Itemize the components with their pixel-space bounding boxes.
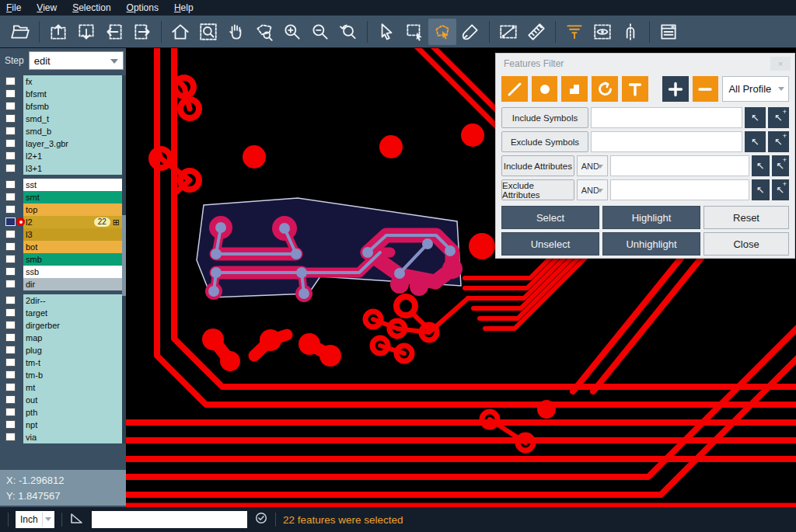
include-attributes-operator-select[interactable]: AND — [577, 155, 608, 176]
measure-line-icon[interactable] — [494, 19, 522, 45]
layer-row[interactable]: layer_3.gbr — [0, 137, 126, 150]
layer-checkbox[interactable] — [5, 164, 16, 173]
layer-name[interactable]: 2dir-- — [23, 294, 122, 307]
move-view-up-icon[interactable] — [44, 19, 72, 45]
features-filter-icon[interactable] — [560, 19, 588, 45]
grid-icon[interactable]: ⊞ — [113, 217, 120, 228]
layer-list-scrollbar[interactable] — [122, 75, 126, 443]
layer-row[interactable]: dir — [0, 278, 126, 290]
layer-row[interactable]: bfsmb — [0, 100, 126, 113]
layer-name[interactable]: bfsmt — [23, 88, 122, 100]
layer-checkbox[interactable] — [5, 77, 16, 86]
layer-name[interactable]: smt — [23, 191, 122, 203]
layer-row[interactable]: sst — [0, 179, 126, 191]
select-button[interactable]: Select — [501, 206, 599, 229]
layer-row[interactable]: mt — [0, 381, 126, 394]
layer-checkbox[interactable] — [5, 230, 16, 239]
home-view-icon[interactable] — [166, 19, 194, 45]
pad-feature-button[interactable] — [532, 76, 558, 102]
layer-name[interactable]: smd_t — [23, 113, 122, 125]
layer-checkbox[interactable] — [5, 321, 16, 330]
layer-name[interactable]: pth — [23, 406, 122, 419]
layer-name[interactable]: smd_b — [23, 125, 122, 137]
layer-row[interactable]: smd_t — [0, 113, 126, 125]
layer-row[interactable]: l3+1 — [0, 162, 126, 175]
layer-name[interactable]: dirgerber — [23, 319, 122, 332]
pick-attribute-button[interactable]: ↖ — [752, 155, 770, 176]
menu-view[interactable]: View — [37, 2, 57, 13]
layer-checkbox[interactable] — [5, 151, 16, 161]
include-attributes-button[interactable]: Include Attributes — [501, 155, 574, 176]
layer-name[interactable]: mt — [23, 381, 122, 394]
layer-row[interactable]: smd_b — [0, 125, 126, 137]
layer-checkbox[interactable] — [5, 395, 16, 405]
move-view-down-icon[interactable] — [72, 19, 100, 45]
layer-row[interactable]: via — [0, 431, 126, 443]
layer-checkbox[interactable] — [5, 242, 16, 252]
zoom-previous-icon[interactable] — [334, 19, 362, 45]
layer-name[interactable]: layer_3.gbr — [23, 137, 122, 150]
pan-hand-icon[interactable] — [222, 19, 250, 45]
layer-checkbox[interactable] — [5, 383, 16, 392]
exclude-symbols-button[interactable]: Exclude Symbols — [501, 131, 588, 152]
menu-options[interactable]: Options — [127, 2, 159, 13]
layer-checkbox[interactable] — [5, 114, 16, 123]
unselect-button[interactable]: Unselect — [501, 232, 599, 256]
menu-help[interactable]: Help — [174, 2, 194, 13]
pick-symbol-button[interactable]: ↖ — [745, 107, 766, 128]
select-arrow-icon[interactable] — [372, 19, 400, 45]
snap-icon[interactable] — [616, 19, 644, 45]
layer-name[interactable]: l3 — [23, 228, 122, 241]
layer-checkbox[interactable] — [5, 217, 16, 227]
layer-checkbox[interactable] — [5, 433, 16, 442]
close-button[interactable]: Close — [703, 232, 789, 256]
view-options-icon[interactable] — [588, 19, 616, 45]
pick-symbol-button[interactable]: ↖ — [745, 131, 766, 152]
exclude-attributes-operator-select[interactable]: AND — [577, 179, 608, 200]
layer-name[interactable]: dir — [23, 278, 122, 290]
log-panel-icon[interactable] — [655, 19, 683, 45]
sync-check-icon[interactable] — [254, 511, 268, 528]
layer-row[interactable]: bfsmt — [0, 88, 126, 100]
zoom-polygon-icon[interactable] — [250, 19, 278, 45]
layer-name[interactable]: tm-t — [23, 356, 122, 369]
add-mode-button[interactable] — [662, 76, 689, 102]
layer-row[interactable]: npt — [0, 419, 126, 431]
layer-row-active[interactable]: l2 22 ⊞ — [0, 216, 126, 228]
layer-row[interactable]: top — [0, 203, 126, 216]
layer-checkbox[interactable] — [5, 308, 16, 318]
layer-name[interactable]: smb — [23, 253, 122, 266]
layer-name[interactable]: tm-b — [23, 369, 122, 381]
layer-checkbox[interactable] — [5, 127, 16, 136]
layer-name[interactable]: l2+1 — [23, 150, 122, 162]
layer-row[interactable]: map — [0, 332, 126, 344]
layer-row[interactable]: smt — [0, 191, 126, 203]
unhighlight-button[interactable]: Unhighlight — [602, 232, 700, 256]
exclude-symbols-input[interactable] — [591, 131, 742, 152]
exclude-attributes-input[interactable] — [610, 179, 749, 200]
zoom-out-icon[interactable] — [306, 19, 334, 45]
layer-checkbox[interactable] — [5, 296, 16, 305]
menu-file[interactable]: File — [6, 2, 21, 13]
layer-name[interactable]: sst — [23, 179, 122, 191]
text-feature-button[interactable] — [622, 76, 648, 102]
layer-checkbox[interactable] — [5, 408, 16, 417]
layer-name[interactable]: npt — [23, 419, 122, 431]
layer-name[interactable]: l2 22 ⊞ — [23, 216, 122, 228]
move-view-left-icon[interactable] — [100, 19, 128, 45]
layer-row[interactable]: tm-t — [0, 356, 126, 369]
clear-highlight-icon[interactable] — [456, 19, 484, 45]
layer-row[interactable]: plug — [0, 344, 126, 356]
pick-add-symbol-button[interactable]: ↖+ — [768, 107, 789, 128]
select-polygon-icon[interactable] — [428, 19, 456, 45]
layer-checkbox[interactable] — [5, 102, 16, 111]
layer-checkbox[interactable] — [5, 180, 16, 190]
profile-select[interactable]: All Profile — [722, 76, 789, 102]
units-select[interactable]: Inch — [16, 511, 54, 528]
layer-checkbox[interactable] — [5, 255, 16, 264]
layer-checkbox[interactable] — [5, 205, 16, 214]
arc-feature-button[interactable] — [592, 76, 618, 102]
layer-checkbox[interactable] — [5, 420, 16, 429]
layer-row[interactable]: fx — [0, 75, 126, 88]
layer-name[interactable]: ssb — [23, 266, 122, 278]
